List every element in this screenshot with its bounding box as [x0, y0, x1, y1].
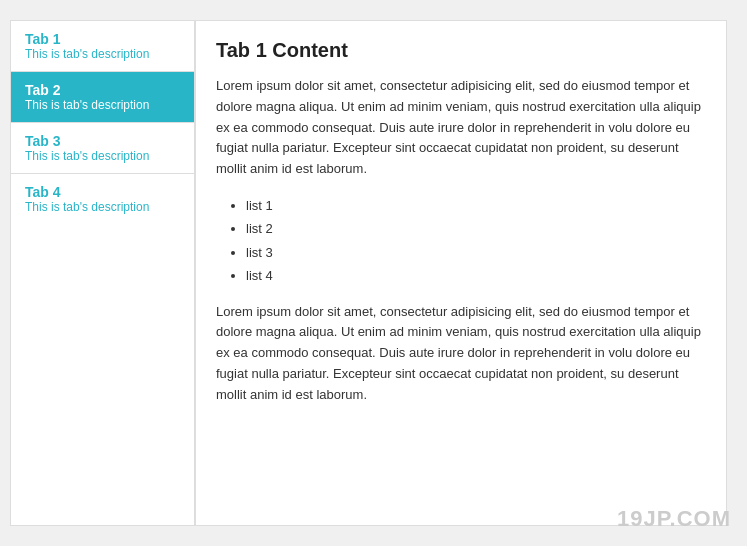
sidebar-tab-desc-tab4: This is tab's description [25, 200, 180, 214]
sidebar-tab-tab2[interactable]: Tab 2This is tab's description [11, 72, 194, 123]
sidebar-tab-tab1[interactable]: Tab 1This is tab's description [11, 21, 194, 72]
content-title: Tab 1 Content [216, 39, 706, 62]
sidebar: Tab 1This is tab's descriptionTab 2This … [10, 20, 195, 526]
content-paragraph-1: Lorem ipsum dolor sit amet, consectetur … [216, 76, 706, 180]
main-container: Tab 1This is tab's descriptionTab 2This … [0, 0, 747, 546]
sidebar-tab-title-tab1: Tab 1 [25, 31, 180, 47]
content-area: Tab 1 Content Lorem ipsum dolor sit amet… [195, 20, 727, 526]
content-paragraph-2: Lorem ipsum dolor sit amet, consectetur … [216, 302, 706, 406]
list-item-3: list 3 [246, 241, 706, 264]
sidebar-tab-desc-tab3: This is tab's description [25, 149, 180, 163]
list-item-4: list 4 [246, 264, 706, 287]
sidebar-tab-desc-tab1: This is tab's description [25, 47, 180, 61]
sidebar-tab-tab4[interactable]: Tab 4This is tab's description [11, 174, 194, 224]
sidebar-tab-desc-tab2: This is tab's description [25, 98, 180, 112]
list-item-1: list 1 [246, 194, 706, 217]
sidebar-tab-title-tab2: Tab 2 [25, 82, 180, 98]
sidebar-tab-title-tab3: Tab 3 [25, 133, 180, 149]
list-item-2: list 2 [246, 217, 706, 240]
content-list: list 1list 2list 3list 4 [216, 194, 706, 288]
sidebar-tab-tab3[interactable]: Tab 3This is tab's description [11, 123, 194, 174]
sidebar-tab-title-tab4: Tab 4 [25, 184, 180, 200]
watermark: 19JP.COM [617, 506, 731, 532]
